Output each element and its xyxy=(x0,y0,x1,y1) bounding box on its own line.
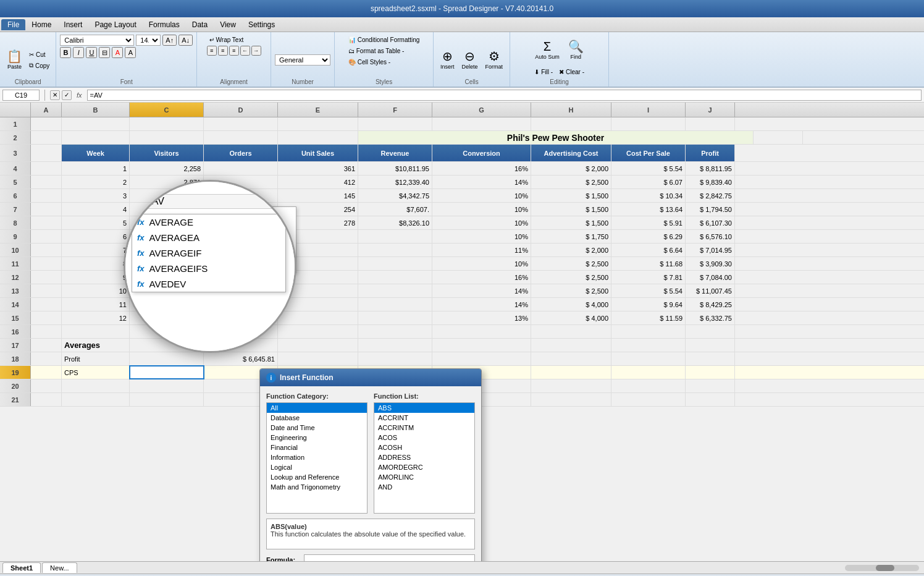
cell-e1[interactable] xyxy=(278,117,358,130)
cell-h15[interactable]: $ 4,000 xyxy=(531,311,611,324)
col-header-g[interactable]: G xyxy=(432,103,531,117)
cell-h16[interactable] xyxy=(531,325,611,338)
number-format-select[interactable]: General xyxy=(275,54,330,66)
row-header-6[interactable]: 6 xyxy=(0,189,31,202)
col-header-a[interactable]: A xyxy=(31,103,62,117)
row-header-8[interactable]: 8 xyxy=(0,216,31,229)
cell-b9[interactable]: 6 xyxy=(62,230,130,243)
cell-b16[interactable] xyxy=(62,325,130,338)
cell-a5[interactable] xyxy=(31,176,62,188)
row-header-4[interactable]: 4 xyxy=(0,162,31,175)
cell-f13[interactable] xyxy=(358,284,432,297)
cell-h12[interactable]: $ 2,500 xyxy=(531,271,611,284)
cell-b14[interactable]: 11 xyxy=(62,298,130,311)
cell-h19[interactable] xyxy=(531,366,611,379)
font-shrink-button[interactable]: A↓ xyxy=(178,35,193,46)
bold-button[interactable]: B xyxy=(60,47,71,58)
cell-g7[interactable]: 10% xyxy=(432,203,531,216)
cell-f9[interactable] xyxy=(358,230,432,243)
copy-button[interactable]: ⧉ Copy xyxy=(27,61,52,70)
menu-file[interactable]: File xyxy=(1,19,25,30)
font-name-select[interactable]: Calibri xyxy=(60,35,134,46)
fn-and[interactable]: AND xyxy=(374,482,474,492)
cell-a1[interactable] xyxy=(31,117,62,130)
cell-d3-header[interactable]: Orders xyxy=(204,145,278,161)
cell-h1[interactable] xyxy=(531,117,611,130)
cell-c2[interactable] xyxy=(130,131,204,144)
cell-a19[interactable] xyxy=(31,366,62,379)
category-logical[interactable]: Logical xyxy=(267,462,367,472)
row-header-17[interactable]: 17 xyxy=(0,339,31,352)
row-header-7[interactable]: 7 xyxy=(0,203,31,216)
cell-h4[interactable]: $ 2,000 xyxy=(531,162,611,175)
row-header-21[interactable]: 21 xyxy=(0,393,31,406)
cell-f12[interactable] xyxy=(358,271,432,284)
cell-i6[interactable]: $ 10.34 xyxy=(611,189,686,202)
cell-c21[interactable] xyxy=(130,393,204,406)
auto-sum-button[interactable]: Σ Auto Sum xyxy=(532,35,563,66)
cell-b7[interactable]: 4 xyxy=(62,203,130,216)
insert-button[interactable]: ⊕ Insert xyxy=(437,44,458,75)
cell-b5[interactable]: 2 xyxy=(62,176,130,188)
cell-b17-averages[interactable]: Averages xyxy=(62,339,130,352)
cell-j19[interactable] xyxy=(686,366,735,379)
cell-j1[interactable] xyxy=(686,117,735,130)
cell-j8[interactable]: $ 6,107.30 xyxy=(686,216,735,229)
cell-a20[interactable] xyxy=(31,379,62,392)
font-size-select[interactable]: 14.7 xyxy=(136,35,161,46)
menu-view[interactable]: View xyxy=(214,19,242,30)
cell-f8[interactable]: $8,326.10 xyxy=(358,216,432,229)
cell-i15[interactable]: $ 11.59 xyxy=(611,311,686,324)
cell-f11[interactable] xyxy=(358,257,432,270)
cell-f4[interactable]: $10,811.95 xyxy=(358,162,432,175)
cell-g4[interactable]: 16% xyxy=(432,162,531,175)
format-button[interactable]: ⚙ Format xyxy=(482,44,506,75)
cell-g6[interactable]: 10% xyxy=(432,189,531,202)
category-financial[interactable]: Financial xyxy=(267,443,367,452)
cell-j11[interactable]: $ 3,909.30 xyxy=(686,257,735,270)
cell-j17[interactable] xyxy=(686,339,735,352)
col-header-c[interactable]: C xyxy=(130,103,204,117)
font-grow-button[interactable]: A↑ xyxy=(162,35,177,46)
font-color-button[interactable]: A xyxy=(125,47,136,58)
cell-i14[interactable]: $ 9.64 xyxy=(611,298,686,311)
format-as-table-button[interactable]: 🗂 Format as Table - xyxy=(346,46,422,56)
sheet-tab-sheet1[interactable]: Sheet1 xyxy=(2,562,41,573)
fn-accrintm[interactable]: ACCRINTM xyxy=(374,423,474,433)
cell-j5[interactable]: $ 9,839.40 xyxy=(686,176,735,188)
fn-address[interactable]: ADDRESS xyxy=(374,452,474,462)
cell-j12[interactable]: $ 7,084.00 xyxy=(686,271,735,284)
cell-i19[interactable] xyxy=(611,366,686,379)
cell-j21[interactable] xyxy=(686,393,735,406)
cell-f1[interactable] xyxy=(358,117,432,130)
cell-a2[interactable] xyxy=(31,131,62,144)
category-database[interactable]: Database xyxy=(267,413,367,423)
cell-h8[interactable]: $ 1,500 xyxy=(531,216,611,229)
cell-g1[interactable] xyxy=(432,117,531,130)
indent-decrease-button[interactable]: ← xyxy=(240,46,250,56)
cell-j16[interactable] xyxy=(686,325,735,338)
cell-h7[interactable]: $ 1,500 xyxy=(531,203,611,216)
cell-j15[interactable]: $ 6,332.75 xyxy=(686,311,735,324)
cell-f10[interactable] xyxy=(358,244,432,256)
cell-b6[interactable]: 3 xyxy=(62,189,130,202)
cell-i7[interactable]: $ 13.64 xyxy=(611,203,686,216)
confirm-formula-button[interactable]: ✓ xyxy=(62,90,72,100)
cell-i10[interactable]: $ 6.64 xyxy=(611,244,686,256)
fn-amordegrc[interactable]: AMORDEGRC xyxy=(374,462,474,472)
cell-b2[interactable] xyxy=(62,131,130,144)
fill-color-button[interactable]: A xyxy=(112,47,123,58)
row-header-18[interactable]: 18 xyxy=(0,352,31,365)
cell-i9[interactable]: $ 6.29 xyxy=(611,230,686,243)
cell-i8[interactable]: $ 5.91 xyxy=(611,216,686,229)
cell-styles-button[interactable]: 🎨 Cell Styles - xyxy=(346,57,422,67)
cell-i5[interactable]: $ 6.07 xyxy=(611,176,686,188)
cell-c19-selected[interactable] xyxy=(130,366,204,379)
menu-formulas[interactable]: Formulas xyxy=(143,19,186,30)
cell-j3-header[interactable]: Profit xyxy=(686,145,735,161)
cell-g5[interactable]: 14% xyxy=(432,176,531,188)
cell-c20[interactable] xyxy=(130,379,204,392)
cell-reference-input[interactable] xyxy=(2,90,40,101)
menu-home[interactable]: Home xyxy=(25,19,57,30)
col-header-f[interactable]: F xyxy=(358,103,432,117)
